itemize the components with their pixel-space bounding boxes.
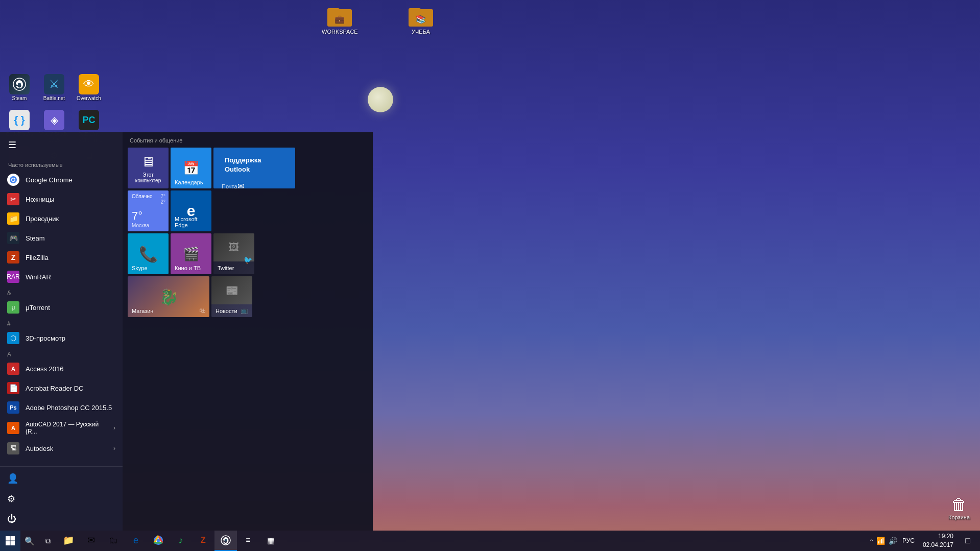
hamburger-button[interactable]: ☰	[6, 137, 18, 153]
news-tile-label: Новости	[216, 308, 237, 314]
taskbar-app-steam[interactable]	[214, 531, 237, 551]
start-settings-button[interactable]: ⚙	[0, 489, 123, 509]
photoshop-icon: Ps	[7, 401, 19, 414]
tile-skype[interactable]: 📞 Skype	[128, 233, 169, 274]
start-app-chrome[interactable]: Google Chrome	[0, 170, 123, 189]
start-menu-tiles: События и общение 🖥 Этот компьютер 📅 Кал…	[123, 132, 373, 531]
start-app-filezilla[interactable]: Z FileZilla	[0, 248, 123, 267]
desktop-icon-battlenet[interactable]: ⚔ Battle.net	[39, 74, 69, 102]
start-app-steam[interactable]: 🎮 Steam	[0, 228, 123, 248]
notification-center-button[interactable]: □	[960, 531, 976, 551]
tile-weather[interactable]: Облачно 7° Москва 7° 2°	[128, 190, 169, 231]
recycle-bin-graphic: 🗑	[951, 495, 967, 514]
network-icon: 📶	[876, 537, 885, 545]
taskbar-clock[interactable]: 19:20 02.04.2017	[919, 532, 958, 549]
svg-rect-6	[11, 536, 15, 541]
events-section-label: События и общение	[128, 137, 368, 143]
store-tile-icon: 🛍	[199, 307, 205, 314]
user-icon: 👤	[7, 473, 18, 484]
taskbar-app-filezilla[interactable]: Z	[192, 531, 214, 551]
start-app-access[interactable]: A Access 2016	[0, 359, 123, 378]
start-app-autodesk[interactable]: 🏗 Autodesk ›	[0, 439, 123, 458]
tile-edge[interactable]: e Microsoft Edge	[171, 190, 211, 231]
winrar-icon: RAR	[7, 271, 19, 283]
explorer-icon: 📁	[7, 212, 19, 225]
skype-tile-icon: 📞	[139, 245, 158, 263]
tray-sound-icon[interactable]: 🔊	[888, 536, 898, 546]
desktop-apps-row1: Steam ⚔ Battle.net 👁 Overwatch	[4, 74, 104, 102]
svg-point-13	[225, 539, 227, 542]
tile-this-computer[interactable]: 🖥 Этот компьютер	[128, 148, 169, 188]
taskbar-app10-icon: ▦	[267, 536, 275, 545]
taskbar-app-photos[interactable]: 🗂	[102, 531, 125, 551]
workspace-label: WORKSPACE	[322, 29, 358, 35]
taskbar-app-mail[interactable]: ✉	[80, 531, 102, 551]
weather-temp-text: 7°	[132, 209, 149, 223]
mail-support-text: Поддержка Outlook	[218, 151, 291, 179]
calendar-tile-icon: 📅	[183, 160, 199, 176]
weather-condition: Облачно	[132, 194, 153, 199]
svg-rect-7	[6, 541, 10, 546]
utorrent-icon: μ	[7, 301, 19, 314]
tile-mail[interactable]: Поддержка Outlook Почта ✉	[213, 148, 295, 188]
taskbar-app9-icon: ≡	[246, 536, 250, 545]
task-view-button[interactable]: ⧉	[39, 531, 57, 551]
mail-icon: ✉	[237, 181, 244, 188]
separator-a: A	[0, 348, 123, 359]
taskbar: 🔍 ⧉ 📁 ✉ 🗂 e	[0, 531, 980, 551]
autocad-label: AutoCAD 2017 — Русский (R...	[26, 421, 107, 435]
taskbar-app-app10[interactable]: ▦	[259, 531, 282, 551]
taskbar-steam-icon	[221, 535, 231, 545]
desktop-icon-steam[interactable]: Steam	[4, 74, 35, 102]
tile-twitter[interactable]: 🖼 🐦 Twitter	[213, 233, 254, 274]
taskbar-search-button[interactable]: 🔍	[20, 531, 39, 551]
tile-calendar[interactable]: 📅 Календарь	[171, 148, 211, 188]
taskbar-app-ie[interactable]: e	[125, 531, 147, 551]
tray-expand-button[interactable]: ^	[869, 538, 874, 544]
recycle-bin-icon[interactable]: 🗑 Корзина	[948, 495, 970, 520]
start-app-explorer[interactable]: 📁 Проводник	[0, 209, 123, 228]
twitter-bird-icon: 🐦	[244, 256, 252, 264]
start-button[interactable]	[0, 531, 20, 551]
taskbar-app-spotify[interactable]: ♪	[170, 531, 192, 551]
start-app-utorrent[interactable]: μ μTorrent	[0, 298, 123, 317]
steam-icon	[9, 74, 30, 94]
start-user-button[interactable]: 👤	[0, 469, 123, 488]
start-app-scissors[interactable]: ✂ Ножницы	[0, 189, 123, 209]
search-icon: 🔍	[25, 536, 35, 546]
svg-rect-5	[6, 536, 10, 541]
taskbar-app-chrome[interactable]	[147, 531, 170, 551]
start-app-autocad[interactable]: A AutoCAD 2017 — Русский (R... ›	[0, 417, 123, 439]
desktop-icon-workspace[interactable]: 💼 WORKSPACE	[322, 5, 358, 35]
start-bottom-area: 👤 ⚙ ⏻	[0, 466, 123, 531]
taskbar-app-explorer[interactable]: 📁	[57, 531, 80, 551]
tile-news[interactable]: 📰 Новости 📺	[211, 276, 252, 317]
weather-condition-text: Облачно	[132, 194, 153, 199]
tiles-row3: 📞 Skype 🎬 Кино и ТВ 🖼 🐦 Twitter	[128, 233, 368, 274]
start-power-button[interactable]: ⏻	[0, 510, 123, 529]
calendar-mail-col: 📅 Календарь	[171, 148, 211, 188]
start-menu: ☰ Часто используемые Google Chrome	[0, 132, 373, 531]
start-app-winrar[interactable]: RAR WinRAR	[0, 267, 123, 286]
taskbar-photos-icon: 🗂	[109, 535, 118, 546]
start-app-photoshop[interactable]: Ps Adobe Photoshop CC 2015.5	[0, 398, 123, 417]
language-indicator[interactable]: РУС	[900, 537, 917, 544]
edge-tile-label: Microsoft Edge	[175, 216, 211, 228]
chrome-label: Google Chrome	[26, 176, 73, 184]
desktop-icon-overwatch[interactable]: 👁 Overwatch	[74, 74, 104, 102]
desktop-icon-ucheba[interactable]: 📚 УЧЕБА	[409, 5, 433, 35]
taskbar-explorer-icon: 📁	[63, 535, 74, 546]
power-icon: ⏻	[7, 514, 16, 524]
tray-network-icon[interactable]: 📶	[876, 536, 886, 546]
tile-store[interactable]: 🐉 Магазин 🛍	[128, 276, 209, 317]
taskbar-app-app9[interactable]: ≡	[237, 531, 259, 551]
svg-rect-8	[11, 541, 15, 546]
utorrent-label: μTorrent	[26, 304, 50, 312]
filezilla-icon: Z	[7, 251, 19, 263]
tile-films[interactable]: 🎬 Кино и ТВ	[171, 233, 211, 274]
notification-icon: □	[965, 536, 970, 545]
taskbar-chrome-icon	[153, 535, 163, 545]
start-app-3dviewer[interactable]: ⬡ 3D-просмотр	[0, 328, 123, 348]
start-app-acrobat[interactable]: 📄 Acrobat Reader DC	[0, 378, 123, 398]
photoshop-label: Adobe Photoshop CC 2015.5	[26, 404, 112, 412]
